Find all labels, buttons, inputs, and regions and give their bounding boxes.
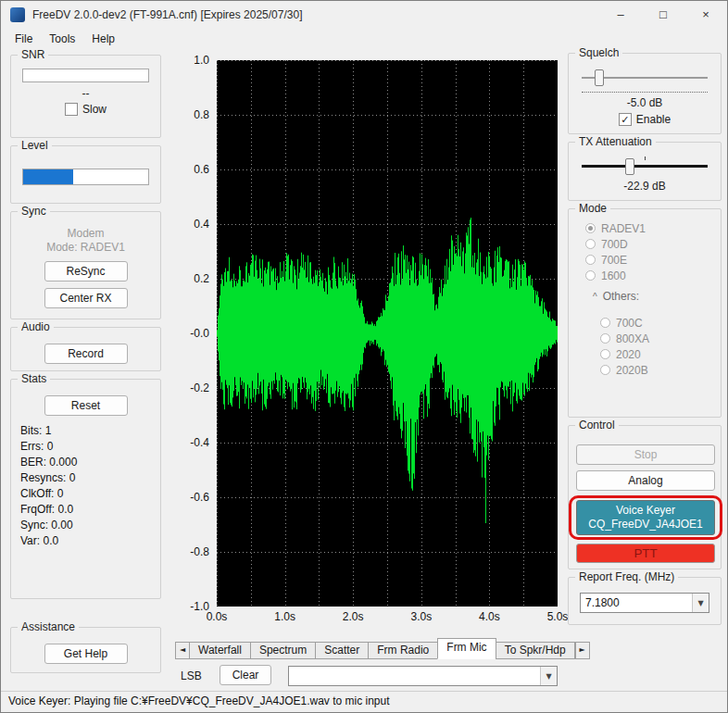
mode-radio-800xa[interactable]: 800XA [576,331,713,346]
menu-file[interactable]: File [6,31,41,47]
stop-button[interactable]: Stop [576,444,715,465]
y-axis-labels: 1.00.80.60.40.2-0.0-0.2-0.4-0.6-0.8-1.0 [173,60,213,607]
menu-help[interactable]: Help [83,31,123,47]
text-message-combo[interactable]: ▼ [288,666,558,686]
radio-icon [600,318,610,328]
mode-radio-700c[interactable]: 700C [576,315,713,331]
voice-keyer-label: Voice Keyer [577,504,714,518]
tx-attenuation-slider-track[interactable] [582,165,708,168]
tx-attenuation-slider-thumb[interactable] [625,158,634,175]
tab-frm-radio[interactable]: Frm Radio [368,642,438,659]
app-icon [10,7,25,22]
get-help-button[interactable]: Get Help [44,644,128,664]
mode-radio-700d[interactable]: 700D [576,236,713,252]
control-panel: Control Stop Analog Voice Keyer CQ_FreeD… [568,425,722,569]
check-icon: ✓ [621,115,629,125]
mode-radio-label: RADEV1 [601,222,646,235]
x-tick-label: 5.0s [547,610,569,623]
dropdown-arrow-icon[interactable]: ▼ [540,667,557,685]
mode-radio-radev1[interactable]: RADEV1 [576,220,713,236]
main-content: SNR -- Slow Level Sync Modem Mode: RADEV… [1,49,727,691]
level-title: Level [18,139,52,152]
tabs-scroll-left-icon[interactable]: ◄ [175,642,190,659]
mode-radio-700e[interactable]: 700E [576,252,713,268]
stat-var: Var: 0.0 [19,533,153,549]
squelch-title: Squelch [575,46,622,59]
y-tick-label: -0.2 [190,382,209,394]
mode-radio-2020b[interactable]: 2020B [576,362,713,378]
stat-bits: Bits: 1 [19,423,153,439]
window-controls: – □ × [599,1,727,29]
stat-sync: Sync: 0.00 [19,518,153,533]
minimize-icon[interactable]: – [599,1,642,29]
snr-value: -- [19,87,153,100]
menu-tools[interactable]: Tools [41,31,83,47]
record-button[interactable]: Record [44,344,128,364]
slow-checkbox[interactable]: Slow [19,103,153,116]
close-icon[interactable]: × [684,1,727,29]
tab-scatter[interactable]: Scatter [315,642,369,659]
reset-button[interactable]: Reset [44,395,128,416]
y-tick-label: 0.8 [194,108,209,121]
squelch-enable-checkbox-box[interactable]: ✓ [619,113,632,126]
mode-radio-label: 800XA [616,332,649,345]
analog-button[interactable]: Analog [576,470,715,491]
right-panel: Squelch -5.0 dB ✓ Enable TX Attenuation [568,53,722,632]
plot-tabbar: ◄ Waterfall Spectrum Scatter Frm Radio F… [175,638,590,659]
squelch-panel: Squelch -5.0 dB ✓ Enable [568,53,722,134]
squelch-enable-label: Enable [636,113,671,126]
voice-keyer-file-label: CQ_FreeDV_JA4JOE1 [577,518,714,532]
squelch-slider[interactable] [582,69,708,87]
squelch-slider-ticks [582,89,708,93]
radio-icon [585,255,596,265]
clear-button[interactable]: Clear [220,665,271,685]
x-axis-labels: 0.0s1.0s2.0s3.0s4.0s5.0s [217,610,558,625]
sideband-label: LSB [181,669,202,682]
radio-selected-icon [585,223,596,233]
tx-attenuation-slider[interactable] [582,157,708,176]
stat-clkoff: ClkOff: 0 [19,486,153,502]
tab-spectrum[interactable]: Spectrum [250,642,316,659]
radio-icon [600,349,610,359]
tx-attenuation-panel: TX Attenuation -22.9 dB [568,142,722,201]
tab-waterfall[interactable]: Waterfall [189,642,251,659]
mode-radio-label: 700D [601,238,628,251]
stats-title: Stats [18,372,50,385]
tab-frm-mic[interactable]: Frm Mic [437,638,496,659]
waveform-plot [217,60,558,607]
radio-icon [600,365,610,375]
plot-region: 1.00.80.60.40.2-0.0-0.2-0.4-0.6-0.8-1.0 … [173,49,563,694]
x-tick-label: 4.0s [479,610,500,623]
slow-checkbox-box[interactable] [65,103,78,116]
squelch-slider-thumb[interactable] [595,69,604,86]
audio-title: Audio [18,320,54,333]
mode-radio-label: 700E [601,254,627,267]
radio-icon [585,270,596,281]
report-freq-combo[interactable]: 7.1800 ▼ [580,593,709,613]
tab-to-spkr-hdp[interactable]: To Spkr/Hdp [496,642,575,659]
window-title: FreeDV 2.0.0-dev2 (FT-991A.cnf) [Expires… [32,8,599,21]
dropdown-arrow-icon[interactable]: ▼ [692,594,709,612]
mode-radio-1600[interactable]: 1600 [576,268,713,283]
ptt-button[interactable]: PTT [576,544,715,563]
mode-radio-2020[interactable]: 2020 [576,346,713,362]
maximize-icon[interactable]: □ [642,1,684,29]
voice-keyer-button[interactable]: Voice Keyer CQ_FreeDV_JA4JOE1 [576,500,715,535]
mode-radio-label: 1600 [601,269,626,282]
y-tick-label: -0.4 [190,436,209,449]
stat-resyncs: Resyncs: 0 [19,470,153,486]
freedv-window: FreeDV 2.0.0-dev2 (FT-991A.cnf) [Expires… [0,0,728,713]
mode-panel: Mode RADEV1 700D 700E 1600 [568,208,722,418]
resync-button[interactable]: ReSync [44,261,128,281]
mode-radio-label: 2020 [616,348,641,361]
others-collapse-toggle[interactable]: ^ Others: [576,290,713,303]
center-rx-button[interactable]: Center RX [44,288,128,308]
mode-radio-label: 700C [616,317,643,330]
tabs-scroll-right-icon[interactable]: ► [575,642,590,659]
squelch-enable-checkbox[interactable]: ✓ Enable [576,113,713,126]
report-freq-value: 7.1800 [581,596,692,609]
x-tick-label: 2.0s [343,610,364,623]
stat-errs: Errs: 0 [19,439,153,455]
squelch-value: -5.0 dB [576,96,713,109]
slow-checkbox-label: Slow [82,103,107,116]
